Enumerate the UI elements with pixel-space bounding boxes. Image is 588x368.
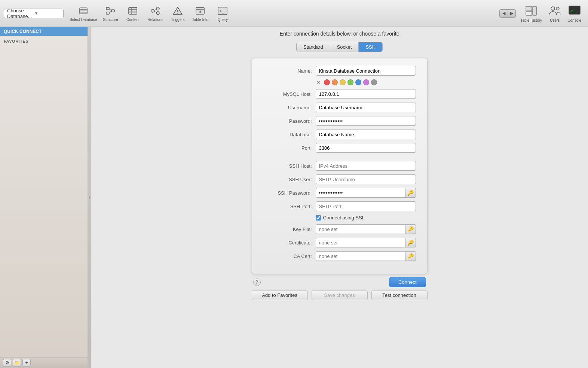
svg-point-14 bbox=[151, 9, 154, 12]
certificate-label: Certificate: bbox=[263, 240, 312, 246]
tab-socket[interactable]: Socket bbox=[330, 42, 359, 52]
svg-rect-6 bbox=[111, 10, 114, 12]
sidebar-favorites-label: FAVORITES bbox=[0, 36, 88, 45]
ssh-port-input[interactable] bbox=[316, 201, 416, 211]
chevron-down-icon: ▼ bbox=[34, 11, 60, 15]
ssh-password-field-wrapper: 🔑 bbox=[316, 188, 416, 198]
key-file-key-button[interactable]: 🔑 bbox=[405, 224, 416, 234]
nav-forward-button[interactable]: ▶ bbox=[508, 9, 516, 18]
ca-cert-key-icon: 🔑 bbox=[407, 253, 414, 259]
key-file-label: Key File: bbox=[263, 226, 312, 232]
toolbar-item-triggers[interactable]: Triggers bbox=[169, 5, 187, 22]
port-row: Port: bbox=[263, 143, 416, 153]
actions-row: Add to Favorites Save changes Test conne… bbox=[252, 290, 428, 300]
ssh-password-row: SSH Password: 🔑 bbox=[263, 188, 416, 198]
toolbar-item-table-history[interactable]: Table History bbox=[520, 4, 542, 22]
plus-icon: + bbox=[25, 360, 28, 365]
tab-standard[interactable]: Standard bbox=[297, 42, 330, 52]
mysql-host-input[interactable] bbox=[316, 89, 416, 99]
connect-button[interactable]: Connect bbox=[389, 277, 426, 287]
help-button[interactable]: ? bbox=[253, 279, 261, 286]
folder-button[interactable]: 📁 bbox=[13, 359, 21, 367]
color-red[interactable] bbox=[324, 79, 330, 85]
svg-rect-30 bbox=[533, 6, 536, 15]
table-history-label: Table History bbox=[520, 18, 542, 22]
query-icon: >_ bbox=[217, 5, 229, 17]
database-label: Database: bbox=[263, 132, 312, 137]
key-file-key-icon: 🔑 bbox=[407, 226, 414, 232]
structure-label: Structure bbox=[103, 18, 118, 22]
bottom-section: ? Connect Add to Favorites Save changes … bbox=[252, 277, 428, 300]
color-purple[interactable] bbox=[363, 79, 369, 85]
ca-cert-key-button[interactable]: 🔑 bbox=[405, 251, 416, 261]
ssl-checkbox[interactable] bbox=[316, 215, 321, 221]
toolbar-item-console[interactable]: >_ Console bbox=[567, 4, 581, 22]
svg-text:>_: >_ bbox=[220, 9, 224, 13]
add-to-favorites-button[interactable]: Add to Favorites bbox=[252, 290, 308, 300]
name-row: Name: bbox=[263, 66, 416, 76]
content-label: Content bbox=[126, 18, 140, 22]
svg-line-8 bbox=[109, 11, 111, 13]
ca-cert-input[interactable] bbox=[316, 251, 405, 261]
database-input[interactable] bbox=[316, 130, 416, 139]
save-changes-button[interactable]: Save changes bbox=[312, 290, 368, 300]
port-input[interactable] bbox=[316, 143, 416, 153]
certificate-key-icon: 🔑 bbox=[407, 240, 414, 246]
db-select[interactable]: Choose Database... ▼ bbox=[4, 9, 64, 18]
toolbar-item-structure[interactable]: Structure bbox=[101, 5, 119, 22]
test-connection-button[interactable]: Test connection bbox=[371, 290, 428, 300]
ssl-label[interactable]: Connect using SSL bbox=[323, 215, 365, 221]
nav-back-button[interactable]: ◀ bbox=[499, 9, 508, 18]
toolbar-item-content[interactable]: Content bbox=[124, 5, 142, 22]
ssh-password-key-button[interactable]: 🔑 bbox=[405, 188, 416, 198]
toolbar-item-users[interactable]: Users bbox=[548, 4, 561, 22]
password-label: Password: bbox=[263, 118, 312, 124]
color-gray[interactable] bbox=[371, 79, 377, 85]
name-input[interactable] bbox=[316, 66, 416, 76]
key-file-input[interactable] bbox=[316, 224, 405, 234]
ssh-user-label: SSH User: bbox=[263, 177, 312, 182]
svg-rect-9 bbox=[129, 7, 137, 14]
color-blue[interactable] bbox=[355, 79, 361, 85]
form-panel: Name: ✕ MySQL Host: bbox=[252, 58, 428, 274]
sidebar-quick-connect[interactable]: QUICK CONNECT bbox=[0, 27, 88, 36]
relations-label: Relations bbox=[148, 18, 163, 22]
ssh-password-input[interactable] bbox=[316, 188, 405, 198]
key-icon: 🔑 bbox=[407, 190, 414, 196]
tab-bar: Standard Socket SSH bbox=[296, 42, 383, 52]
ssh-host-input[interactable] bbox=[316, 161, 416, 171]
color-yellow[interactable] bbox=[340, 79, 346, 85]
toolbar-item-table-info[interactable]: Table Info bbox=[191, 5, 209, 22]
port-label: Port: bbox=[263, 145, 312, 151]
sidebar-resize-handle[interactable]: ⋮ bbox=[88, 27, 91, 368]
svg-rect-29 bbox=[526, 12, 532, 15]
gear-button[interactable]: ⚙ bbox=[3, 359, 11, 367]
svg-text:>_: >_ bbox=[570, 8, 576, 13]
sidebar: QUICK CONNECT FAVORITES ⚙ 📁 + bbox=[0, 27, 88, 368]
toolbar-item-query[interactable]: >_ Query bbox=[214, 5, 232, 22]
password-input[interactable] bbox=[316, 116, 416, 126]
tab-ssh[interactable]: SSH bbox=[359, 42, 382, 52]
certificate-key-button[interactable]: 🔑 bbox=[405, 238, 416, 247]
content-icon bbox=[127, 5, 139, 17]
color-clear-button[interactable]: ✕ bbox=[316, 79, 322, 85]
nav-arrows: ◀ ▶ bbox=[499, 9, 516, 18]
ssh-user-input[interactable] bbox=[316, 174, 416, 184]
content-area: Enter connection details below, or choos… bbox=[91, 27, 588, 368]
ssh-port-row: SSH Port: bbox=[263, 201, 416, 211]
users-icon bbox=[548, 4, 561, 18]
database-row: Database: bbox=[263, 130, 416, 139]
username-input[interactable] bbox=[316, 103, 416, 112]
page-title: Enter connection details below, or choos… bbox=[280, 31, 399, 37]
select-database-icon bbox=[77, 5, 89, 17]
color-orange[interactable] bbox=[332, 79, 338, 85]
mysql-host-row: MySQL Host: bbox=[263, 89, 416, 99]
toolbar-item-relations[interactable]: Relations bbox=[146, 5, 164, 22]
svg-point-21 bbox=[177, 13, 178, 13]
key-file-field-wrapper: 🔑 bbox=[316, 224, 416, 234]
query-label: Query bbox=[218, 18, 228, 22]
ca-cert-field-wrapper: 🔑 bbox=[316, 251, 416, 261]
color-green[interactable] bbox=[347, 79, 353, 85]
add-connection-button[interactable]: + bbox=[22, 359, 31, 367]
certificate-input[interactable] bbox=[316, 238, 405, 247]
